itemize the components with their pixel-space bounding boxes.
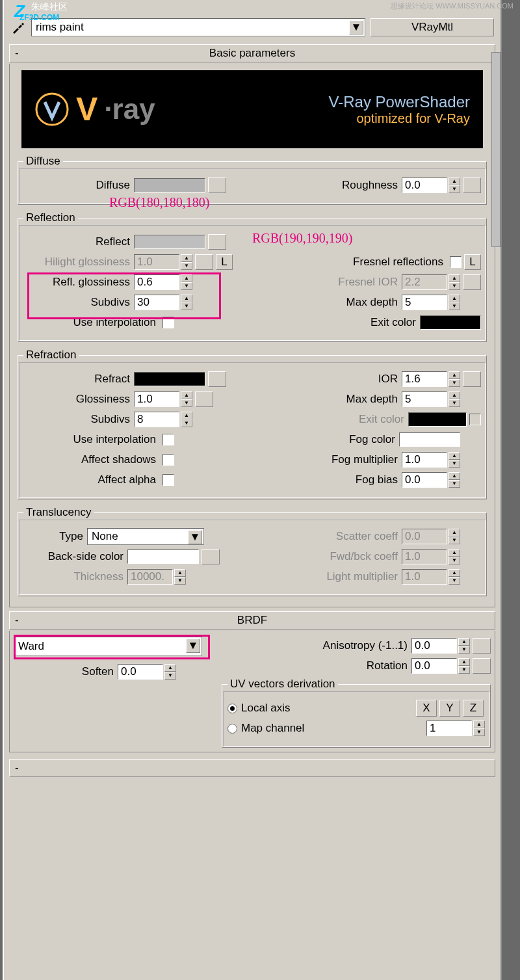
soften-input[interactable] — [118, 664, 163, 680]
spin-up-icon[interactable]: ▲ — [458, 638, 470, 646]
rollout-basic-header[interactable]: - Basic parameters — [9, 44, 495, 62]
dropdown-arrow-icon[interactable]: ▼ — [186, 639, 200, 653]
affect-shadows-checkbox[interactable] — [162, 454, 174, 466]
spin-down-icon[interactable]: ▼ — [448, 185, 460, 193]
ior-map-button[interactable] — [463, 371, 481, 387]
refl-gloss-input[interactable] — [134, 274, 179, 290]
reflect-map-button[interactable] — [208, 234, 226, 250]
refr-maxdepth-input[interactable] — [402, 391, 447, 407]
spin-down-icon[interactable]: ▼ — [448, 536, 460, 544]
spin-up-icon[interactable]: ▲ — [164, 664, 176, 672]
roughness-spinner[interactable]: ▲▼ — [402, 178, 460, 193]
fresnel-ior-map-button[interactable] — [463, 274, 481, 290]
spin-up-icon[interactable]: ▲ — [448, 178, 460, 185]
map-channel-input[interactable] — [426, 721, 472, 736]
reflect-swatch[interactable] — [134, 235, 205, 249]
rotation-label: Rotation — [222, 659, 411, 672]
material-name-dropdown[interactable]: rims paint ▼ — [31, 18, 365, 36]
spin-up-icon[interactable]: ▲ — [448, 472, 460, 480]
spin-up-icon[interactable]: ▲ — [448, 295, 460, 302]
material-type-button[interactable]: VRayMtl — [370, 18, 494, 36]
spin-up-icon[interactable]: ▲ — [473, 721, 485, 728]
fog-mult-input[interactable] — [402, 452, 447, 468]
roughness-map-button[interactable] — [463, 178, 481, 193]
ior-input[interactable] — [402, 371, 447, 387]
axis-x-button[interactable]: X — [416, 700, 437, 717]
rollout-next-header[interactable]: - — [9, 759, 495, 777]
hilight-map-button[interactable] — [195, 254, 213, 270]
spin-up-icon[interactable]: ▲ — [448, 549, 460, 557]
fog-color-swatch[interactable] — [399, 432, 460, 447]
spin-up-icon[interactable]: ▲ — [181, 295, 192, 302]
refl-maxdepth-input[interactable] — [402, 295, 447, 310]
spin-down-icon[interactable]: ▼ — [458, 666, 470, 674]
spin-up-icon[interactable]: ▲ — [448, 452, 460, 460]
spin-down-icon[interactable]: ▼ — [448, 557, 460, 564]
axis-y-button[interactable]: Y — [439, 700, 460, 717]
rotation-input[interactable] — [411, 658, 457, 674]
affect-alpha-checkbox[interactable] — [162, 474, 174, 486]
spin-up-icon[interactable]: ▲ — [181, 412, 192, 419]
lock-button[interactable]: L — [216, 254, 233, 270]
fresnel-lock-button[interactable]: L — [464, 254, 481, 270]
rollout-brdf-header[interactable]: - BRDF — [9, 611, 495, 629]
spin-down-icon[interactable]: ▼ — [448, 302, 460, 310]
spin-down-icon[interactable]: ▼ — [448, 282, 460, 290]
spin-down-icon[interactable]: ▼ — [448, 399, 460, 407]
spin-up-icon[interactable]: ▲ — [448, 274, 460, 282]
spin-up-icon[interactable]: ▲ — [458, 658, 470, 666]
refract-swatch[interactable] — [134, 372, 205, 386]
translucency-legend: Translucency — [23, 506, 94, 519]
rollout-brdf-body: Ward▼ Soften▲▼ Anisotropy (-1..1)▲▼ Rota… — [9, 631, 495, 752]
spin-down-icon[interactable]: ▼ — [181, 262, 192, 270]
refr-gloss-map-button[interactable] — [195, 391, 213, 407]
refl-subdivs-input[interactable] — [134, 295, 179, 310]
dropdown-arrow-icon[interactable]: ▼ — [188, 530, 202, 544]
axis-z-button[interactable]: Z — [463, 700, 484, 717]
refr-subdivs-input[interactable] — [134, 412, 179, 427]
refr-gloss-input[interactable] — [134, 391, 179, 407]
refr-exit-swatch[interactable] — [408, 412, 467, 427]
use-interp-checkbox[interactable] — [162, 317, 174, 328]
rotation-map-button[interactable] — [473, 658, 491, 674]
spin-down-icon[interactable]: ▼ — [181, 419, 192, 427]
spin-down-icon[interactable]: ▼ — [181, 282, 192, 290]
dropdown-arrow-icon[interactable]: ▼ — [349, 20, 363, 34]
spin-down-icon[interactable]: ▼ — [448, 480, 460, 488]
spin-down-icon[interactable]: ▼ — [181, 399, 192, 407]
roughness-input[interactable] — [402, 178, 447, 193]
local-axis-radio[interactable] — [228, 704, 237, 713]
spin-down-icon[interactable]: ▼ — [473, 728, 485, 736]
spin-down-icon[interactable]: ▼ — [448, 460, 460, 468]
spin-down-icon[interactable]: ▼ — [164, 672, 176, 680]
spin-down-icon[interactable]: ▼ — [448, 577, 460, 585]
map-channel-radio[interactable] — [228, 724, 237, 734]
spin-up-icon[interactable]: ▲ — [448, 529, 460, 536]
anisotropy-map-button[interactable] — [473, 638, 491, 654]
spin-up-icon[interactable]: ▲ — [448, 371, 460, 379]
refl-exit-swatch[interactable] — [420, 315, 481, 330]
spin-up-icon[interactable]: ▲ — [181, 274, 192, 282]
trans-type-dropdown[interactable]: None▼ — [87, 528, 204, 545]
spin-down-icon[interactable]: ▼ — [181, 302, 192, 310]
spin-down-icon[interactable]: ▼ — [458, 646, 470, 654]
anisotropy-input[interactable] — [411, 638, 457, 654]
refr-exit-checkbox[interactable] — [469, 414, 481, 425]
refr-interp-checkbox[interactable] — [162, 434, 174, 445]
scrollbar-handle[interactable] — [491, 52, 500, 247]
refract-map-button[interactable] — [208, 371, 226, 387]
spin-up-icon[interactable]: ▲ — [181, 391, 192, 399]
spin-down-icon[interactable]: ▼ — [448, 379, 460, 387]
diffuse-map-button[interactable] — [208, 178, 226, 193]
backside-swatch[interactable] — [127, 550, 199, 564]
fresnel-checkbox[interactable] — [450, 256, 462, 268]
spin-up-icon[interactable]: ▲ — [181, 254, 192, 262]
spin-up-icon[interactable]: ▲ — [448, 391, 460, 399]
spin-down-icon[interactable]: ▼ — [174, 577, 186, 585]
brdf-type-dropdown[interactable]: Ward▼ — [14, 637, 202, 656]
backside-map-button[interactable] — [202, 549, 220, 564]
diffuse-swatch[interactable] — [134, 178, 205, 192]
fog-bias-input[interactable] — [402, 472, 447, 488]
spin-up-icon[interactable]: ▲ — [174, 569, 186, 577]
spin-up-icon[interactable]: ▲ — [448, 569, 460, 577]
